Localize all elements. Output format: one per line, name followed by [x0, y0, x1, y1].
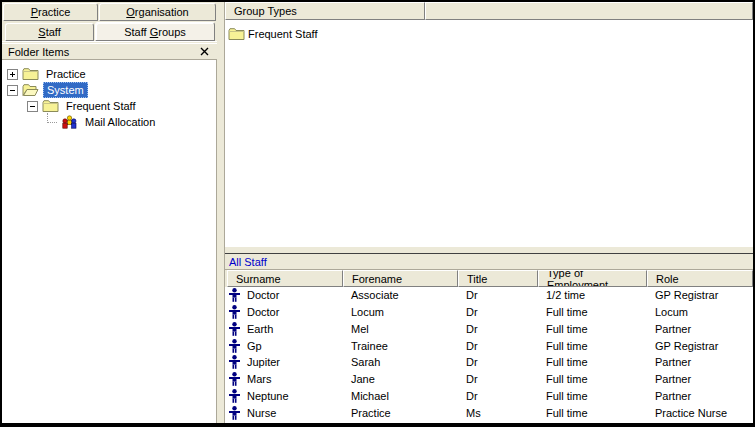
vertical-splitter[interactable] [217, 2, 225, 423]
tree-item-label: Practice [43, 67, 89, 81]
cell-type-of-employment: Full time [538, 306, 647, 318]
tree-item-mail-allocation[interactable]: Mail Allocation [2, 114, 216, 130]
tab-organisation[interactable]: Organisation [99, 3, 216, 21]
cell-surname: Earth [227, 322, 343, 336]
column-header-title[interactable]: Title [458, 270, 538, 287]
close-icon[interactable] [198, 45, 211, 58]
cell-forename: Sarah [343, 356, 458, 368]
cell-title: Dr [458, 373, 538, 385]
column-header-role[interactable]: Role [647, 270, 753, 287]
left-panel: PracticeOrganisation StaffStaff Groups F… [2, 2, 217, 423]
group-type-icon [228, 27, 245, 41]
column-header-type-of-employment[interactable]: Type of Employment [538, 270, 647, 287]
staff-row-jupiter-sarah[interactable]: JupiterSarahDrFull timePartner [225, 354, 753, 371]
cell-role: Practice Nurse [647, 407, 753, 419]
tab-row-1: PracticeOrganisation [2, 2, 217, 22]
cell-type-of-employment: Full time [538, 323, 647, 335]
cell-type-of-employment: Full time [538, 407, 647, 419]
folder-items-caption-bar: Folder Items [2, 43, 217, 60]
person-icon [229, 322, 240, 336]
cell-role: GP Registrar [647, 289, 753, 301]
staff-row-earth-mel[interactable]: EarthMelDrFull timePartner [225, 321, 753, 338]
cell-surname: Jupiter [227, 355, 343, 369]
person-icon [229, 372, 240, 386]
cell-type-of-employment: Full time [538, 390, 647, 402]
group-types-column-header[interactable]: Group Types [225, 2, 425, 20]
tree-item-label: System [43, 82, 88, 98]
cell-title: Dr [458, 306, 538, 318]
column-header-forename[interactable]: Forename [343, 270, 458, 287]
tree-item-label: Frequent Staff [63, 99, 139, 113]
folder-tree: PracticeSystemFrequent StaffMail Allocat… [2, 60, 217, 423]
application-window: PracticeOrganisation StaffStaff Groups F… [0, 0, 755, 427]
group-types-header-row: Group Types [225, 2, 753, 20]
staff-row-nurse-practice[interactable]: NursePracticeMsFull timePractice Nurse [225, 404, 753, 421]
person-icon [229, 288, 240, 302]
cell-surname: Doctor [227, 305, 343, 319]
person-icon [229, 355, 240, 369]
folder-icon [42, 99, 59, 113]
folder-icon [228, 27, 245, 41]
cell-title: Dr [458, 340, 538, 352]
folder-items-title: Folder Items [8, 46, 198, 58]
tab-label: Organisation [126, 6, 188, 18]
tab-row-2: StaffStaff Groups [2, 22, 217, 42]
tree-item-system[interactable]: System [2, 82, 216, 98]
cell-type-of-employment: Full time [538, 356, 647, 368]
cell-type-of-employment: 1/2 time [538, 289, 647, 301]
tree-item-frequent-staff[interactable]: Frequent Staff [2, 98, 216, 114]
cell-title: Ms [458, 407, 538, 419]
cell-role: Partner [647, 356, 753, 368]
group-types-header-spacer [425, 2, 753, 20]
group-type-item-frequent-staff[interactable]: Frequent Staff [225, 26, 753, 42]
cell-forename: Jane [343, 373, 458, 385]
group-type-label: Frequent Staff [248, 28, 318, 40]
cell-forename: Locum [343, 306, 458, 318]
tree-connector [47, 113, 57, 123]
tree-item-practice[interactable]: Practice [2, 66, 216, 82]
cell-role: Partner [647, 373, 753, 385]
staff-row-mars-jane[interactable]: MarsJaneDrFull timePartner [225, 371, 753, 388]
staff-row-neptune-michael[interactable]: NeptuneMichaelDrFull timePartner [225, 388, 753, 405]
cell-forename: Trainee [343, 340, 458, 352]
cell-title: Dr [458, 289, 538, 301]
tree-item-icon [61, 115, 78, 129]
tab-label: Staff Groups [124, 26, 186, 38]
cell-role: GP Registrar [647, 340, 753, 352]
folder-icon [22, 67, 39, 81]
tree-plus-expander-icon[interactable] [7, 69, 18, 80]
window-content: PracticeOrganisation StaffStaff Groups F… [2, 2, 753, 423]
person-icon [229, 389, 240, 403]
tab-staff-groups[interactable]: Staff Groups [95, 22, 215, 41]
tab-practice[interactable]: Practice [3, 3, 98, 21]
tab-label: Practice [31, 6, 71, 18]
tree-item-label: Mail Allocation [82, 115, 158, 129]
cell-forename: Mel [343, 323, 458, 335]
cell-title: Dr [458, 390, 538, 402]
cell-type-of-employment: Full time [538, 340, 647, 352]
staff-row-gp-trainee[interactable]: GpTraineeDrFull timeGP Registrar [225, 337, 753, 354]
cell-surname: Doctor [227, 288, 343, 302]
all-staff-title: All Staff [225, 254, 753, 270]
staff-row-doctor-locum[interactable]: DoctorLocumDrFull timeLocum [225, 304, 753, 321]
person-icon [229, 406, 240, 420]
staff-row-doctor-associate[interactable]: DoctorAssociateDr1/2 timeGP Registrar [225, 287, 753, 304]
cell-forename: Associate [343, 289, 458, 301]
cell-surname: Nurse [227, 406, 343, 420]
cell-title: Dr [458, 356, 538, 368]
cell-role: Partner [647, 323, 753, 335]
tab-staff[interactable]: Staff [5, 23, 94, 41]
tree-minus-expander-icon[interactable] [7, 85, 18, 96]
cell-role: Locum [647, 306, 753, 318]
people-icon [61, 115, 78, 129]
cell-forename: Practice [343, 407, 458, 419]
tree-minus-expander-icon[interactable] [27, 101, 38, 112]
cell-surname: Mars [227, 372, 343, 386]
column-header-surname[interactable]: Surname [227, 270, 343, 287]
tree-item-icon [22, 67, 39, 81]
tree-item-icon [42, 99, 59, 113]
open-folder-icon [22, 83, 39, 97]
cell-type-of-employment: Full time [538, 373, 647, 385]
cell-role: Partner [647, 390, 753, 402]
all-staff-rows: DoctorAssociateDr1/2 timeGP RegistrarDoc… [225, 287, 753, 421]
